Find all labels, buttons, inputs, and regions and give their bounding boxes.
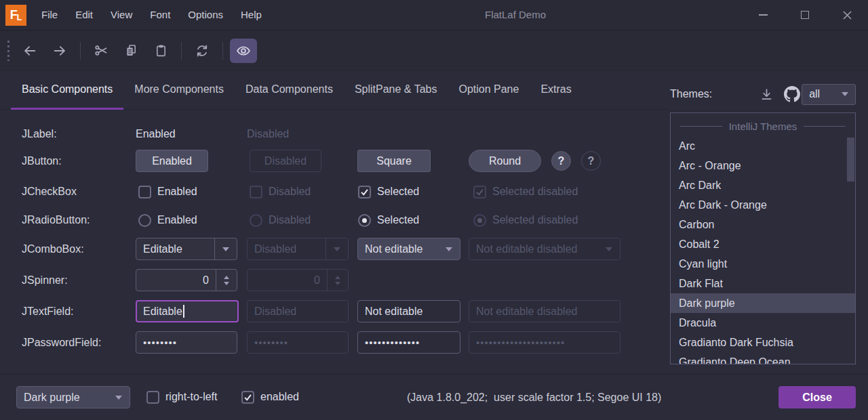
textfield-editable[interactable]: Editable bbox=[136, 300, 239, 322]
passwordfield-disabled[interactable]: •••••••• bbox=[247, 331, 349, 354]
enabled-button[interactable]: Enabled bbox=[136, 150, 208, 172]
back-button[interactable] bbox=[16, 39, 43, 63]
menu-font[interactable]: Font bbox=[141, 0, 179, 30]
combobox-not-editable-disabled[interactable]: Not editable disabled bbox=[469, 238, 620, 260]
close-window-button[interactable] bbox=[826, 0, 868, 30]
list-item-theme[interactable]: Arc - Orange bbox=[671, 156, 855, 175]
checkbox-selected-disabled[interactable]: Selected disabled bbox=[473, 180, 578, 203]
tab-splitpane-tabs[interactable]: SplitPane & Tabs bbox=[344, 70, 448, 109]
checkbox-enabled[interactable]: Enabled bbox=[138, 180, 197, 203]
list-item-theme[interactable]: Gradianto Dark Fuchsia bbox=[671, 333, 855, 352]
tab-more-components[interactable]: More Components bbox=[123, 70, 235, 109]
copy-button[interactable] bbox=[117, 39, 144, 63]
spinner-up-icon bbox=[224, 276, 229, 279]
spinner-arrows[interactable] bbox=[216, 270, 237, 291]
forward-button[interactable] bbox=[46, 39, 73, 63]
list-item-theme[interactable]: Arc bbox=[671, 136, 855, 156]
chevron-down-icon bbox=[606, 247, 612, 251]
tab-extras[interactable]: Extras bbox=[530, 70, 582, 109]
themes-label: Themes: bbox=[670, 88, 712, 100]
checkbox-label: Selected disabled bbox=[492, 180, 578, 203]
refresh-button[interactable] bbox=[189, 39, 216, 63]
maximize-button[interactable] bbox=[784, 0, 826, 30]
list-item-theme[interactable]: Arc Dark bbox=[671, 175, 855, 195]
row-jtextfield: JTextField: Editable Disabled Not editab… bbox=[0, 300, 665, 323]
window-title: FlatLaf Demo bbox=[292, 0, 739, 30]
show-hidden-toggle-button[interactable] bbox=[230, 39, 257, 63]
checkbox-label: Disabled bbox=[269, 180, 311, 203]
row-jlabel: JLabel: Enabled Disabled bbox=[0, 123, 665, 146]
spinner-enabled[interactable]: 0 bbox=[136, 269, 237, 291]
tab-basic-components[interactable]: Basic Components bbox=[11, 70, 123, 109]
radio-enabled[interactable]: Enabled bbox=[138, 209, 197, 232]
tab-option-pane[interactable]: Option Pane bbox=[448, 70, 530, 109]
combobox-editable[interactable]: Editable bbox=[136, 238, 237, 260]
list-item-theme[interactable]: Cobalt 2 bbox=[671, 234, 855, 254]
logo-letter-l: L bbox=[17, 14, 22, 22]
close-button[interactable]: Close bbox=[778, 386, 856, 408]
chevron-down-icon bbox=[334, 247, 340, 251]
checkbox-disabled[interactable]: Disabled bbox=[250, 180, 311, 203]
forward-arrow-icon bbox=[52, 43, 67, 58]
passwordfield-not-editable[interactable]: ••••••••••••• bbox=[357, 331, 460, 354]
toolbar-separator bbox=[80, 42, 81, 60]
list-item-theme[interactable]: Dark Flat bbox=[671, 274, 855, 293]
toolbar-drag-grip-icon[interactable] bbox=[7, 41, 9, 61]
passwordfield-enabled[interactable]: •••••••• bbox=[136, 331, 237, 354]
spinner-disabled[interactable]: 0 bbox=[247, 269, 349, 291]
theme-filter-combobox[interactable]: all bbox=[802, 84, 856, 105]
menu-edit[interactable]: Edit bbox=[66, 0, 102, 30]
textfield-not-editable-disabled[interactable]: Not editable disabled bbox=[469, 300, 620, 322]
menu-help[interactable]: Help bbox=[232, 0, 271, 30]
download-themes-button[interactable] bbox=[757, 83, 776, 105]
row-label: JCheckBox bbox=[22, 180, 77, 203]
list-item-theme[interactable]: Dracula bbox=[671, 313, 855, 333]
row-label: JLabel: bbox=[22, 123, 57, 146]
row-jspinner: JSpinner: 0 0 bbox=[0, 269, 665, 292]
radio-selected[interactable]: Selected bbox=[358, 209, 419, 232]
themes-group-header: IntelliJ Themes bbox=[671, 116, 855, 136]
textfield-not-editable[interactable]: Not editable bbox=[357, 300, 460, 322]
radio-disabled[interactable]: Disabled bbox=[250, 209, 311, 232]
menu-file[interactable]: File bbox=[33, 0, 66, 30]
list-item-theme[interactable]: Carbon bbox=[671, 215, 855, 234]
menu-view[interactable]: View bbox=[102, 0, 141, 30]
radio-label: Selected disabled bbox=[492, 209, 578, 232]
help-button[interactable]: ? bbox=[551, 151, 571, 171]
chevron-down-icon bbox=[222, 247, 229, 251]
right-to-left-checkbox[interactable]: right-to-left bbox=[146, 385, 217, 408]
lookandfeel-value: Dark purple bbox=[17, 392, 108, 404]
help-button-outline[interactable]: ? bbox=[581, 151, 601, 171]
checkbox-selected[interactable]: Selected bbox=[358, 180, 419, 203]
list-item-theme[interactable]: Cyan light bbox=[671, 254, 855, 274]
github-button[interactable] bbox=[782, 83, 802, 105]
list-item-theme[interactable]: Arc Dark - Orange bbox=[671, 195, 855, 215]
textfield-disabled[interactable]: Disabled bbox=[247, 300, 349, 322]
scissors-icon bbox=[94, 43, 108, 58]
square-button[interactable]: Square bbox=[357, 150, 431, 172]
combobox-disabled[interactable]: Disabled bbox=[247, 238, 349, 260]
passwordfield-not-editable-disabled[interactable]: ••••••••••••••••••••• bbox=[469, 331, 620, 354]
combobox-not-editable[interactable]: Not editable bbox=[357, 238, 460, 260]
spinner-value: 0 bbox=[248, 270, 327, 291]
tab-data-components[interactable]: Data Components bbox=[235, 70, 344, 109]
row-label: JButton: bbox=[22, 150, 62, 173]
minimize-button[interactable] bbox=[742, 0, 784, 30]
list-item-theme[interactable]: Gradianto Deep Ocean bbox=[671, 352, 855, 364]
paste-button[interactable] bbox=[147, 39, 174, 63]
row-label: JComboBox: bbox=[22, 238, 84, 261]
radio-selected-icon bbox=[358, 214, 371, 227]
enabled-checkbox[interactable]: enabled bbox=[241, 385, 299, 408]
radio-selected-disabled[interactable]: Selected disabled bbox=[473, 209, 578, 232]
menu-options[interactable]: Options bbox=[179, 0, 232, 30]
lookandfeel-combobox[interactable]: Dark purple bbox=[16, 386, 130, 408]
scrollbar-thumb[interactable] bbox=[847, 138, 854, 182]
radio-label: Selected bbox=[377, 209, 419, 232]
row-jcheckbox: JCheckBox Enabled Disabled Selected Sele… bbox=[0, 180, 665, 203]
cut-button[interactable] bbox=[87, 39, 115, 63]
list-item-theme-selected[interactable]: Dark purple bbox=[671, 293, 855, 313]
combobox-value: Disabled bbox=[248, 238, 326, 261]
copy-icon bbox=[124, 43, 138, 58]
round-button[interactable]: Round bbox=[469, 150, 541, 172]
disabled-button[interactable]: Disabled bbox=[250, 150, 321, 172]
